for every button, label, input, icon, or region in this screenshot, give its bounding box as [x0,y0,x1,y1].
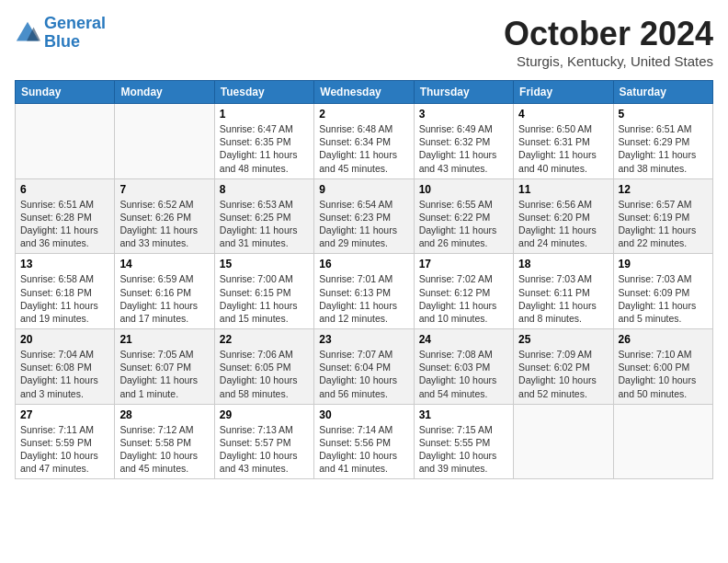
calendar-cell: 1Sunrise: 6:47 AM Sunset: 6:35 PM Daylig… [214,104,313,179]
day-info: Sunrise: 6:47 AM Sunset: 6:35 PM Dayligh… [220,122,309,175]
day-number: 15 [220,258,309,270]
day-number: 7 [119,183,209,196]
calendar-cell: 19Sunrise: 7:03 AM Sunset: 6:09 PM Dayli… [613,254,712,329]
calendar-cell [16,104,115,179]
day-info: Sunrise: 7:10 AM Sunset: 6:00 PM Dayligh… [619,348,708,400]
calendar-cell: 20Sunrise: 7:04 AM Sunset: 6:08 PM Dayli… [16,329,115,405]
calendar-cell: 9Sunrise: 6:54 AM Sunset: 6:23 PM Daylig… [314,178,414,254]
day-info: Sunrise: 6:48 AM Sunset: 6:34 PM Dayligh… [319,122,408,175]
day-info: Sunrise: 7:01 AM Sunset: 6:13 PM Dayligh… [319,272,408,325]
calendar-cell: 10Sunrise: 6:55 AM Sunset: 6:22 PM Dayli… [414,178,513,254]
logo-text: General Blue [44,15,106,52]
day-number: 1 [220,108,309,121]
day-info: Sunrise: 7:12 AM Sunset: 5:58 PM Dayligh… [119,423,209,476]
header-saturday: Saturday [613,81,712,104]
day-number: 17 [419,258,508,270]
calendar-cell [613,404,712,479]
day-info: Sunrise: 6:59 AM Sunset: 6:16 PM Dayligh… [119,272,209,325]
calendar-cell: 26Sunrise: 7:10 AM Sunset: 6:00 PM Dayli… [613,329,712,405]
calendar-cell: 13Sunrise: 6:58 AM Sunset: 6:18 PM Dayli… [16,254,115,329]
day-info: Sunrise: 7:00 AM Sunset: 6:15 PM Dayligh… [220,272,309,325]
calendar-cell [115,104,214,179]
logo-icon [15,20,40,46]
day-number: 20 [20,333,109,346]
header-wednesday: Wednesday [314,81,414,104]
calendar-cell: 28Sunrise: 7:12 AM Sunset: 5:58 PM Dayli… [115,404,214,479]
day-info: Sunrise: 6:51 AM Sunset: 6:29 PM Dayligh… [619,122,708,175]
day-info: Sunrise: 7:13 AM Sunset: 5:57 PM Dayligh… [220,423,309,476]
calendar-cell: 16Sunrise: 7:01 AM Sunset: 6:13 PM Dayli… [314,254,414,329]
day-info: Sunrise: 7:03 AM Sunset: 6:09 PM Dayligh… [619,272,708,325]
week-row-2: 6Sunrise: 6:51 AM Sunset: 6:28 PM Daylig… [16,178,713,254]
calendar-cell: 21Sunrise: 7:05 AM Sunset: 6:07 PM Dayli… [115,329,214,405]
calendar-cell: 7Sunrise: 6:52 AM Sunset: 6:26 PM Daylig… [115,178,214,254]
calendar-cell: 15Sunrise: 7:00 AM Sunset: 6:15 PM Dayli… [214,254,313,329]
day-number: 31 [419,408,508,421]
day-info: Sunrise: 6:51 AM Sunset: 6:28 PM Dayligh… [20,198,109,250]
week-row-3: 13Sunrise: 6:58 AM Sunset: 6:18 PM Dayli… [16,254,713,329]
day-number: 14 [119,258,209,270]
title-block: October 2024 Sturgis, Kentucky, United S… [504,15,713,69]
day-info: Sunrise: 6:50 AM Sunset: 6:31 PM Dayligh… [518,122,608,175]
calendar-cell: 12Sunrise: 6:57 AM Sunset: 6:19 PM Dayli… [613,178,712,254]
day-number: 26 [619,333,708,346]
day-number: 16 [319,258,408,270]
calendar-cell: 4Sunrise: 6:50 AM Sunset: 6:31 PM Daylig… [514,104,613,179]
day-info: Sunrise: 7:07 AM Sunset: 6:04 PM Dayligh… [319,348,408,400]
day-number: 21 [119,333,209,346]
day-info: Sunrise: 6:57 AM Sunset: 6:19 PM Dayligh… [619,198,708,250]
calendar-cell: 14Sunrise: 6:59 AM Sunset: 6:16 PM Dayli… [115,254,214,329]
day-number: 5 [619,108,708,121]
calendar-cell: 25Sunrise: 7:09 AM Sunset: 6:02 PM Dayli… [514,329,613,405]
day-info: Sunrise: 7:08 AM Sunset: 6:03 PM Dayligh… [419,348,508,400]
day-number: 8 [220,183,309,196]
day-info: Sunrise: 7:02 AM Sunset: 6:12 PM Dayligh… [419,272,508,325]
day-info: Sunrise: 6:54 AM Sunset: 6:23 PM Dayligh… [319,198,408,250]
calendar-cell: 22Sunrise: 7:06 AM Sunset: 6:05 PM Dayli… [214,329,313,405]
calendar-cell: 18Sunrise: 7:03 AM Sunset: 6:11 PM Dayli… [514,254,613,329]
day-info: Sunrise: 7:04 AM Sunset: 6:08 PM Dayligh… [20,348,109,400]
day-info: Sunrise: 6:49 AM Sunset: 6:32 PM Dayligh… [419,122,508,175]
day-info: Sunrise: 7:14 AM Sunset: 5:56 PM Dayligh… [319,423,408,476]
calendar-cell: 23Sunrise: 7:07 AM Sunset: 6:04 PM Dayli… [314,329,414,405]
day-number: 19 [619,258,708,270]
day-number: 2 [319,108,408,121]
day-number: 28 [119,408,209,421]
page-header: General Blue October 2024 Sturgis, Kentu… [15,15,713,69]
calendar-cell: 11Sunrise: 6:56 AM Sunset: 6:20 PM Dayli… [514,178,613,254]
calendar-cell: 2Sunrise: 6:48 AM Sunset: 6:34 PM Daylig… [314,104,414,179]
header-tuesday: Tuesday [214,81,313,104]
day-info: Sunrise: 7:05 AM Sunset: 6:07 PM Dayligh… [119,348,209,400]
calendar-cell: 27Sunrise: 7:11 AM Sunset: 5:59 PM Dayli… [16,404,115,479]
day-number: 9 [319,183,408,196]
location: Sturgis, Kentucky, United States [504,53,713,69]
month-title: October 2024 [504,15,713,53]
calendar-header-row: SundayMondayTuesdayWednesdayThursdayFrid… [16,81,713,104]
logo-blue: Blue [44,32,80,51]
header-friday: Friday [514,81,613,104]
calendar-cell: 6Sunrise: 6:51 AM Sunset: 6:28 PM Daylig… [16,178,115,254]
day-number: 11 [518,183,608,196]
calendar-cell: 5Sunrise: 6:51 AM Sunset: 6:29 PM Daylig… [613,104,712,179]
calendar-cell: 29Sunrise: 7:13 AM Sunset: 5:57 PM Dayli… [214,404,313,479]
day-info: Sunrise: 7:11 AM Sunset: 5:59 PM Dayligh… [20,423,109,476]
calendar-cell: 8Sunrise: 6:53 AM Sunset: 6:25 PM Daylig… [214,178,313,254]
day-number: 6 [20,183,109,196]
calendar-cell: 17Sunrise: 7:02 AM Sunset: 6:12 PM Dayli… [414,254,513,329]
calendar-table: SundayMondayTuesdayWednesdayThursdayFrid… [15,80,713,479]
day-info: Sunrise: 6:55 AM Sunset: 6:22 PM Dayligh… [419,198,508,250]
day-number: 25 [518,333,608,346]
day-number: 3 [419,108,508,121]
day-info: Sunrise: 7:09 AM Sunset: 6:02 PM Dayligh… [518,348,608,400]
header-sunday: Sunday [16,81,115,104]
day-info: Sunrise: 6:58 AM Sunset: 6:18 PM Dayligh… [20,272,109,325]
day-number: 13 [20,258,109,270]
calendar-cell [514,404,613,479]
day-number: 10 [419,183,508,196]
day-number: 12 [619,183,708,196]
day-number: 4 [518,108,608,121]
header-monday: Monday [115,81,214,104]
calendar-cell: 31Sunrise: 7:15 AM Sunset: 5:55 PM Dayli… [414,404,513,479]
day-number: 24 [419,333,508,346]
day-number: 27 [20,408,109,421]
